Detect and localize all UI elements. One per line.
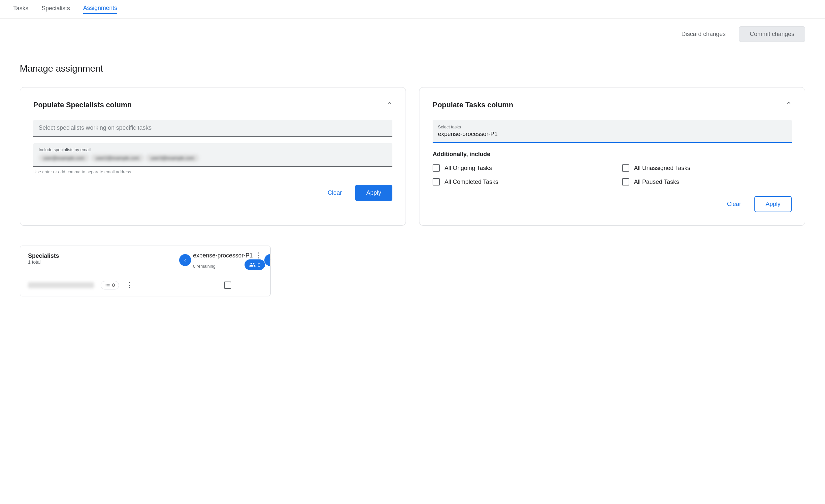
task-badge-count: 0 xyxy=(258,262,260,268)
checkbox-ongoing-label: All Ongoing Tasks xyxy=(445,165,492,172)
specialists-column-title: Specialists xyxy=(28,253,177,260)
email-chips: user@example.com user2@example.com user3… xyxy=(39,154,387,162)
task-remaining-label: 0 remaining xyxy=(193,264,216,269)
task-header-inner: expense-processor-P1 ⋮ xyxy=(193,251,262,260)
task-nav-left-button[interactable]: ‹ xyxy=(179,254,191,266)
checkbox-completed-label: All Completed Tasks xyxy=(445,178,498,186)
assignment-table: Specialists 1 total ‹ expense-processor-… xyxy=(20,245,271,296)
page-content: Manage assignment Populate Specialists c… xyxy=(0,50,825,309)
tasks-input-label: Select tasks xyxy=(438,125,786,129)
checkboxes-grid: All Ongoing Tasks All Unassigned Tasks A… xyxy=(433,164,792,186)
list-icon xyxy=(105,283,110,288)
top-nav: Tasks Specialists Assignments xyxy=(0,0,825,18)
tasks-input-wrapper: Select tasks xyxy=(433,120,792,143)
tab-tasks[interactable]: Tasks xyxy=(13,5,28,13)
specialists-card-footer: Clear Apply xyxy=(33,185,392,201)
people-icon xyxy=(249,262,256,268)
tasks-search-input[interactable] xyxy=(438,131,786,138)
assignment-checkbox[interactable] xyxy=(224,282,231,289)
discard-button[interactable]: Discard changes xyxy=(676,27,731,41)
specialists-search-input[interactable] xyxy=(33,120,392,137)
additionally-label: Additionally, include xyxy=(433,151,792,158)
specialists-email-box: Include specialists by email user@exampl… xyxy=(33,143,392,167)
tab-specialists[interactable]: Specialists xyxy=(42,5,70,13)
tasks-card: Populate Tasks column ⌃ Select tasks Add… xyxy=(419,87,805,226)
specialists-card-chevron-icon[interactable]: ⌃ xyxy=(386,101,392,109)
tasks-clear-button[interactable]: Clear xyxy=(722,197,746,211)
tasks-card-footer: Clear Apply xyxy=(433,196,792,212)
checkbox-paused-box[interactable] xyxy=(622,178,629,186)
email-hint: Use enter or add comma to separate email… xyxy=(33,169,392,174)
checkbox-ongoing[interactable]: All Ongoing Tasks xyxy=(433,164,602,172)
table-row: 0 ⋮ xyxy=(20,274,270,296)
specialist-cell: 0 ⋮ xyxy=(20,274,185,296)
task-assignee-badge: 0 xyxy=(244,260,265,270)
tasks-apply-button[interactable]: Apply xyxy=(754,196,792,212)
checkbox-unassigned-label: All Unassigned Tasks xyxy=(634,165,690,172)
specialists-card: Populate Specialists column ⌃ Include sp… xyxy=(20,87,406,226)
email-chip-1: user@example.com xyxy=(39,154,89,162)
tasks-card-header: Populate Tasks column ⌃ xyxy=(433,101,792,109)
specialists-card-header: Populate Specialists column ⌃ xyxy=(33,101,392,109)
task-footer-row: 0 remaining 0 xyxy=(193,263,262,269)
commit-button[interactable]: Commit changes xyxy=(739,26,805,42)
specialist-task-count: 0 xyxy=(112,283,115,288)
specialists-email-label: Include specialists by email xyxy=(39,147,387,152)
specialists-apply-button[interactable]: Apply xyxy=(355,185,392,201)
checkbox-paused[interactable]: All Paused Tasks xyxy=(622,178,792,186)
checkbox-unassigned[interactable]: All Unassigned Tasks xyxy=(622,164,792,172)
specialist-more-options-icon[interactable]: ⋮ xyxy=(126,281,133,289)
checkbox-completed-box[interactable] xyxy=(433,178,440,186)
table-task-header: ‹ expense-processor-P1 ⋮ 0 remaining 0 › xyxy=(185,246,270,274)
table-header-specialists: Specialists 1 total xyxy=(20,246,185,274)
specialists-card-title: Populate Specialists column xyxy=(33,101,132,109)
action-bar: Discard changes Commit changes xyxy=(0,18,825,50)
specialists-column-count: 1 total xyxy=(28,260,177,265)
tab-assignments[interactable]: Assignments xyxy=(83,5,117,14)
checkbox-completed[interactable]: All Completed Tasks xyxy=(433,178,602,186)
task-nav-right-button[interactable]: › xyxy=(264,254,271,266)
tasks-card-chevron-icon[interactable]: ⌃ xyxy=(786,101,792,109)
page-title: Manage assignment xyxy=(20,63,805,74)
specialist-task-badge: 0 xyxy=(101,281,119,289)
email-chip-2: user2@example.com xyxy=(91,154,144,162)
table-header-row: Specialists 1 total ‹ expense-processor-… xyxy=(20,246,270,274)
cards-row: Populate Specialists column ⌃ Include sp… xyxy=(20,87,805,226)
email-chip-3: user3@example.com xyxy=(146,154,199,162)
task-more-options-icon[interactable]: ⋮ xyxy=(255,251,262,260)
checkbox-paused-label: All Paused Tasks xyxy=(634,178,679,186)
task-cell xyxy=(185,274,270,296)
checkbox-unassigned-box[interactable] xyxy=(622,164,629,172)
specialist-name xyxy=(28,282,94,288)
checkbox-ongoing-box[interactable] xyxy=(433,164,440,172)
specialists-clear-button[interactable]: Clear xyxy=(322,186,347,200)
task-column-name: expense-processor-P1 xyxy=(193,252,253,259)
tasks-card-title: Populate Tasks column xyxy=(433,101,513,109)
